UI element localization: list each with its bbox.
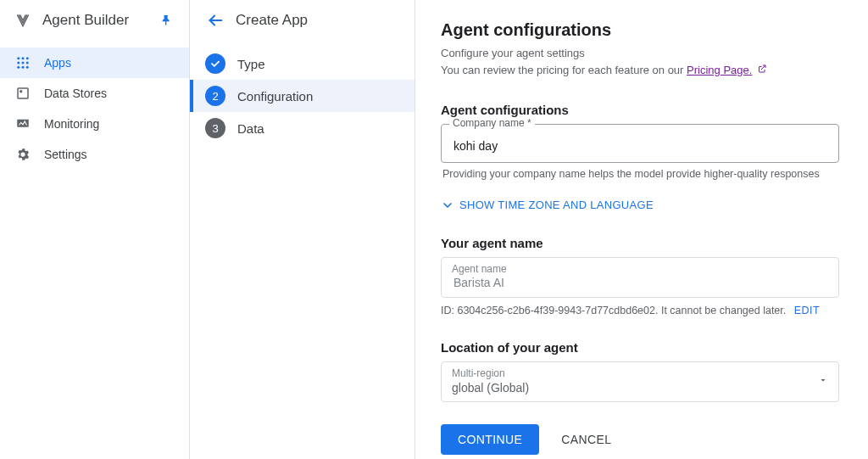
arrow-left-icon [206, 11, 225, 30]
pricing-page-link[interactable]: Pricing Page. [687, 64, 752, 76]
svg-point-4 [22, 62, 25, 64]
section-title-company: Agent configurations [441, 103, 839, 117]
nav-item-label: Settings [44, 148, 175, 161]
step-type[interactable]: Type [190, 48, 415, 80]
nav-item-settings[interactable]: Settings [0, 139, 189, 170]
form-subline-2-prefix: You can review the pricing for each feat… [441, 64, 687, 76]
apps-icon [14, 53, 32, 72]
section-title-location: Location of your agent [441, 340, 839, 355]
agent-id-prefix: ID: [441, 305, 457, 316]
product-logo-icon [14, 11, 32, 30]
page-header: Create App [190, 0, 415, 41]
edit-id-button[interactable]: EDIT [794, 305, 820, 316]
back-button[interactable] [200, 5, 231, 36]
sidebar-header: Agent Builder [0, 0, 189, 41]
step-configuration[interactable]: 2 Configuration [190, 80, 415, 112]
continue-button[interactable]: CONTINUE [441, 424, 539, 455]
nav-item-label: Apps [44, 56, 175, 70]
step-data[interactable]: 3 Data [190, 112, 415, 144]
nav-item-monitoring[interactable]: Monitoring [0, 109, 189, 139]
form-subline-2: You can review the pricing for each feat… [441, 62, 839, 79]
nav-item-label: Data Stores [44, 87, 175, 100]
svg-rect-9 [18, 88, 28, 98]
svg-point-7 [22, 66, 25, 69]
step-label: Configuration [237, 89, 313, 104]
agent-name-field: Agent name [441, 257, 839, 298]
company-name-field: Company name * [441, 124, 839, 163]
expander-label: SHOW TIME ZONE AND LANGUAGE [459, 199, 654, 211]
button-row: CONTINUE CANCEL [441, 424, 839, 455]
svg-point-1 [22, 57, 25, 59]
nav-item-data-stores[interactable]: Data Stores [0, 78, 189, 109]
svg-point-10 [20, 91, 22, 92]
monitoring-icon [14, 115, 32, 133]
settings-icon [14, 145, 32, 164]
location-select[interactable]: Multi-region global (Global) [441, 361, 839, 402]
location-select-label: Multi-region [452, 367, 818, 379]
section-title-agent-name: Your agent name [441, 236, 839, 250]
step-number-badge: 3 [205, 118, 225, 138]
sidebar-title: Agent Builder [42, 12, 159, 29]
pin-icon[interactable] [159, 14, 175, 27]
svg-point-2 [26, 57, 29, 59]
nav-item-label: Monitoring [44, 117, 175, 131]
svg-point-0 [17, 57, 19, 59]
check-icon [205, 53, 225, 74]
external-link-icon [757, 64, 767, 76]
agent-id-value: 6304c256-c2b6-4f39-9943-7d77cdbd6e02 [457, 305, 655, 316]
nav-item-apps[interactable]: Apps [0, 48, 189, 78]
svg-point-6 [17, 66, 19, 69]
svg-point-8 [26, 66, 29, 69]
company-name-helper: Providing your company name helps the mo… [442, 168, 837, 180]
sidebar: Agent Builder Apps Data Stores Monitorin… [0, 0, 190, 459]
svg-point-3 [17, 62, 19, 64]
svg-rect-11 [17, 120, 29, 127]
chevron-down-icon [441, 199, 454, 212]
stepper-column: Create App Type 2 Configuration 3 Data [190, 0, 415, 459]
agent-id-line: ID: 6304c256-c2b6-4f39-9943-7d77cdbd6e02… [441, 305, 839, 316]
cancel-button[interactable]: CANCEL [556, 432, 616, 447]
location-select-value: global (Global) [452, 381, 818, 395]
page-title: Create App [236, 12, 308, 29]
form-panel: Agent configurations Configure your agen… [415, 0, 868, 459]
company-name-input[interactable] [452, 138, 828, 154]
step-list: Type 2 Configuration 3 Data [190, 41, 415, 144]
company-name-label: Company name * [449, 117, 535, 129]
caret-down-icon [818, 373, 828, 389]
timezone-language-expander[interactable]: SHOW TIME ZONE AND LANGUAGE [441, 199, 839, 212]
agent-name-label: Agent name [452, 263, 828, 275]
agent-id-suffix: . It cannot be changed later. [655, 305, 786, 316]
data-stores-icon [14, 84, 32, 103]
step-number-badge: 2 [205, 86, 225, 106]
form-subline-1: Configure your agent settings [441, 45, 839, 62]
agent-name-input[interactable] [452, 275, 828, 290]
svg-point-5 [26, 62, 29, 64]
nav-list: Apps Data Stores Monitoring Settings [0, 41, 189, 170]
step-label: Type [237, 57, 265, 71]
step-label: Data [237, 121, 264, 136]
form-heading: Agent configurations [441, 20, 839, 40]
